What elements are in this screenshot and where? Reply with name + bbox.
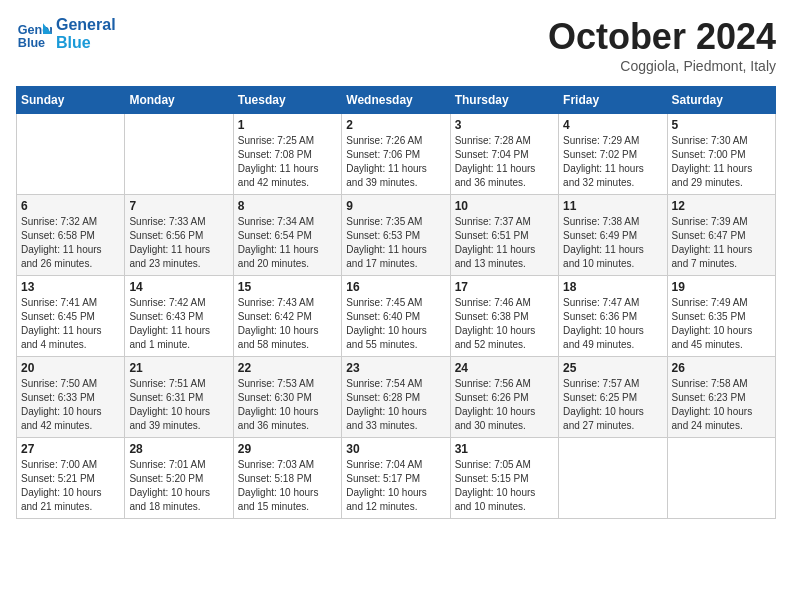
calendar-cell: 13Sunrise: 7:41 AM Sunset: 6:45 PM Dayli…	[17, 276, 125, 357]
day-of-week-monday: Monday	[125, 87, 233, 114]
calendar-week-4: 20Sunrise: 7:50 AM Sunset: 6:33 PM Dayli…	[17, 357, 776, 438]
day-of-week-thursday: Thursday	[450, 87, 558, 114]
calendar-cell: 17Sunrise: 7:46 AM Sunset: 6:38 PM Dayli…	[450, 276, 558, 357]
day-info: Sunrise: 7:42 AM Sunset: 6:43 PM Dayligh…	[129, 296, 228, 352]
day-info: Sunrise: 7:49 AM Sunset: 6:35 PM Dayligh…	[672, 296, 771, 352]
day-number: 28	[129, 442, 228, 456]
day-info: Sunrise: 7:58 AM Sunset: 6:23 PM Dayligh…	[672, 377, 771, 433]
day-number: 20	[21, 361, 120, 375]
day-number: 22	[238, 361, 337, 375]
calendar-cell: 14Sunrise: 7:42 AM Sunset: 6:43 PM Dayli…	[125, 276, 233, 357]
day-info: Sunrise: 7:50 AM Sunset: 6:33 PM Dayligh…	[21, 377, 120, 433]
calendar-cell	[125, 114, 233, 195]
day-number: 26	[672, 361, 771, 375]
day-info: Sunrise: 7:25 AM Sunset: 7:08 PM Dayligh…	[238, 134, 337, 190]
calendar-cell	[667, 438, 775, 519]
calendar-cell: 8Sunrise: 7:34 AM Sunset: 6:54 PM Daylig…	[233, 195, 341, 276]
day-info: Sunrise: 7:04 AM Sunset: 5:17 PM Dayligh…	[346, 458, 445, 514]
calendar-header: SundayMondayTuesdayWednesdayThursdayFrid…	[17, 87, 776, 114]
day-info: Sunrise: 7:30 AM Sunset: 7:00 PM Dayligh…	[672, 134, 771, 190]
month-title: October 2024	[548, 16, 776, 58]
day-info: Sunrise: 7:29 AM Sunset: 7:02 PM Dayligh…	[563, 134, 662, 190]
day-number: 7	[129, 199, 228, 213]
day-of-week-wednesday: Wednesday	[342, 87, 450, 114]
calendar-cell	[17, 114, 125, 195]
day-number: 16	[346, 280, 445, 294]
calendar-cell: 7Sunrise: 7:33 AM Sunset: 6:56 PM Daylig…	[125, 195, 233, 276]
day-number: 23	[346, 361, 445, 375]
calendar-cell: 22Sunrise: 7:53 AM Sunset: 6:30 PM Dayli…	[233, 357, 341, 438]
calendar-cell: 11Sunrise: 7:38 AM Sunset: 6:49 PM Dayli…	[559, 195, 667, 276]
calendar-cell: 27Sunrise: 7:00 AM Sunset: 5:21 PM Dayli…	[17, 438, 125, 519]
calendar-week-2: 6Sunrise: 7:32 AM Sunset: 6:58 PM Daylig…	[17, 195, 776, 276]
day-info: Sunrise: 7:56 AM Sunset: 6:26 PM Dayligh…	[455, 377, 554, 433]
day-number: 5	[672, 118, 771, 132]
day-info: Sunrise: 7:34 AM Sunset: 6:54 PM Dayligh…	[238, 215, 337, 271]
svg-text:Blue: Blue	[18, 36, 45, 50]
calendar-cell: 2Sunrise: 7:26 AM Sunset: 7:06 PM Daylig…	[342, 114, 450, 195]
day-of-week-sunday: Sunday	[17, 87, 125, 114]
day-number: 4	[563, 118, 662, 132]
calendar-cell: 29Sunrise: 7:03 AM Sunset: 5:18 PM Dayli…	[233, 438, 341, 519]
day-info: Sunrise: 7:41 AM Sunset: 6:45 PM Dayligh…	[21, 296, 120, 352]
calendar-cell: 31Sunrise: 7:05 AM Sunset: 5:15 PM Dayli…	[450, 438, 558, 519]
day-number: 31	[455, 442, 554, 456]
calendar-week-5: 27Sunrise: 7:00 AM Sunset: 5:21 PM Dayli…	[17, 438, 776, 519]
calendar-cell: 21Sunrise: 7:51 AM Sunset: 6:31 PM Dayli…	[125, 357, 233, 438]
logo: General Blue General Blue	[16, 16, 116, 52]
calendar-cell: 10Sunrise: 7:37 AM Sunset: 6:51 PM Dayli…	[450, 195, 558, 276]
calendar-cell: 15Sunrise: 7:43 AM Sunset: 6:42 PM Dayli…	[233, 276, 341, 357]
calendar-cell: 12Sunrise: 7:39 AM Sunset: 6:47 PM Dayli…	[667, 195, 775, 276]
day-info: Sunrise: 7:47 AM Sunset: 6:36 PM Dayligh…	[563, 296, 662, 352]
day-number: 8	[238, 199, 337, 213]
day-of-week-friday: Friday	[559, 87, 667, 114]
logo-text-blue: Blue	[56, 34, 116, 52]
day-number: 18	[563, 280, 662, 294]
calendar-cell: 3Sunrise: 7:28 AM Sunset: 7:04 PM Daylig…	[450, 114, 558, 195]
day-number: 10	[455, 199, 554, 213]
day-number: 29	[238, 442, 337, 456]
day-number: 3	[455, 118, 554, 132]
calendar-cell: 4Sunrise: 7:29 AM Sunset: 7:02 PM Daylig…	[559, 114, 667, 195]
calendar-cell: 19Sunrise: 7:49 AM Sunset: 6:35 PM Dayli…	[667, 276, 775, 357]
day-number: 30	[346, 442, 445, 456]
title-block: October 2024 Coggiola, Piedmont, Italy	[548, 16, 776, 74]
day-info: Sunrise: 7:37 AM Sunset: 6:51 PM Dayligh…	[455, 215, 554, 271]
calendar-cell: 20Sunrise: 7:50 AM Sunset: 6:33 PM Dayli…	[17, 357, 125, 438]
calendar-cell: 6Sunrise: 7:32 AM Sunset: 6:58 PM Daylig…	[17, 195, 125, 276]
day-number: 9	[346, 199, 445, 213]
day-info: Sunrise: 7:35 AM Sunset: 6:53 PM Dayligh…	[346, 215, 445, 271]
day-number: 11	[563, 199, 662, 213]
logo-icon: General Blue	[16, 16, 52, 52]
page-header: General Blue General Blue October 2024 C…	[16, 16, 776, 74]
day-info: Sunrise: 7:33 AM Sunset: 6:56 PM Dayligh…	[129, 215, 228, 271]
calendar-cell: 9Sunrise: 7:35 AM Sunset: 6:53 PM Daylig…	[342, 195, 450, 276]
day-number: 24	[455, 361, 554, 375]
day-number: 25	[563, 361, 662, 375]
day-info: Sunrise: 7:57 AM Sunset: 6:25 PM Dayligh…	[563, 377, 662, 433]
day-of-week-tuesday: Tuesday	[233, 87, 341, 114]
day-info: Sunrise: 7:54 AM Sunset: 6:28 PM Dayligh…	[346, 377, 445, 433]
day-info: Sunrise: 7:00 AM Sunset: 5:21 PM Dayligh…	[21, 458, 120, 514]
day-number: 2	[346, 118, 445, 132]
day-info: Sunrise: 7:26 AM Sunset: 7:06 PM Dayligh…	[346, 134, 445, 190]
day-number: 6	[21, 199, 120, 213]
day-number: 14	[129, 280, 228, 294]
calendar-week-1: 1Sunrise: 7:25 AM Sunset: 7:08 PM Daylig…	[17, 114, 776, 195]
day-number: 21	[129, 361, 228, 375]
calendar-cell: 1Sunrise: 7:25 AM Sunset: 7:08 PM Daylig…	[233, 114, 341, 195]
day-info: Sunrise: 7:46 AM Sunset: 6:38 PM Dayligh…	[455, 296, 554, 352]
calendar-cell: 24Sunrise: 7:56 AM Sunset: 6:26 PM Dayli…	[450, 357, 558, 438]
day-info: Sunrise: 7:51 AM Sunset: 6:31 PM Dayligh…	[129, 377, 228, 433]
calendar-cell: 25Sunrise: 7:57 AM Sunset: 6:25 PM Dayli…	[559, 357, 667, 438]
calendar-body: 1Sunrise: 7:25 AM Sunset: 7:08 PM Daylig…	[17, 114, 776, 519]
calendar-cell: 28Sunrise: 7:01 AM Sunset: 5:20 PM Dayli…	[125, 438, 233, 519]
day-number: 19	[672, 280, 771, 294]
calendar-cell: 18Sunrise: 7:47 AM Sunset: 6:36 PM Dayli…	[559, 276, 667, 357]
day-info: Sunrise: 7:43 AM Sunset: 6:42 PM Dayligh…	[238, 296, 337, 352]
day-info: Sunrise: 7:28 AM Sunset: 7:04 PM Dayligh…	[455, 134, 554, 190]
logo-text-general: General	[56, 16, 116, 34]
day-number: 12	[672, 199, 771, 213]
day-number: 13	[21, 280, 120, 294]
calendar-week-3: 13Sunrise: 7:41 AM Sunset: 6:45 PM Dayli…	[17, 276, 776, 357]
